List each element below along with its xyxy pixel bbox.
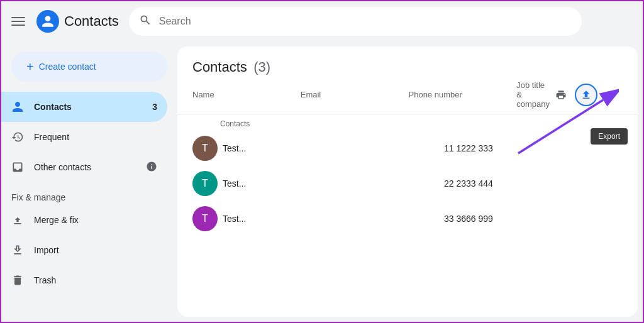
contact-phone: 11 1222 333 (444, 143, 570, 153)
export-tooltip: Export (591, 128, 628, 145)
sidebar-item-merge[interactable]: Merge & fix (1, 205, 167, 235)
contacts-title-text: Contacts (192, 59, 247, 75)
col-email-header: Email (301, 90, 409, 99)
search-input[interactable] (159, 16, 572, 27)
table-header: Name Email Phone number Job title & comp… (177, 75, 638, 114)
contacts-count: (3) (253, 59, 270, 75)
search-icon (139, 14, 152, 30)
history-icon (11, 131, 24, 143)
avatar: T (192, 206, 218, 231)
table-row[interactable]: T Test... 33 3666 999 (177, 201, 638, 236)
avatar: T (192, 136, 218, 161)
col-job-header: Job title & company (516, 80, 550, 109)
sidebar-item-frequent[interactable]: Frequent (1, 122, 167, 152)
person-icon (11, 101, 24, 113)
menu-icon[interactable] (11, 14, 26, 29)
import-icon (11, 244, 24, 256)
col-phone-header: Phone number (409, 90, 517, 99)
sidebar-item-import[interactable]: Import (1, 235, 167, 265)
app-title: Contacts (64, 13, 119, 30)
sidebar-item-import-label: Import (34, 245, 157, 255)
export-button[interactable] (575, 84, 597, 106)
sidebar: + Create contact Contacts 3 Frequent (1, 41, 177, 322)
create-contact-label: Create contact (39, 62, 96, 72)
info-icon (146, 161, 157, 174)
contact-name: Test... (223, 143, 318, 153)
sidebar-item-other-contacts[interactable]: Other contacts (1, 152, 167, 182)
sidebar-item-merge-label: Merge & fix (34, 215, 157, 225)
sidebar-item-contacts[interactable]: Contacts 3 (1, 92, 167, 122)
fix-manage-section-header: Fix & manage (1, 182, 177, 205)
contact-phone: 33 3666 999 (444, 214, 570, 224)
app-logo-icon (36, 10, 59, 33)
page-title: Contacts (3) (192, 59, 270, 75)
table-row[interactable]: T Test... 22 2333 444 (177, 166, 638, 201)
create-contact-button[interactable]: + Create contact (11, 52, 167, 82)
sidebar-item-contacts-label: Contacts (34, 102, 142, 112)
main-layout: + Create contact Contacts 3 Frequent (1, 41, 643, 322)
sidebar-item-contacts-count: 3 (152, 102, 157, 112)
sidebar-item-frequent-label: Frequent (34, 132, 157, 142)
plus-icon: + (26, 60, 34, 74)
contact-name: Test... (223, 214, 318, 224)
merge-icon (11, 214, 24, 226)
more-options-button[interactable] (600, 84, 623, 106)
trash-icon (11, 274, 24, 287)
col-name-header: Name (192, 90, 301, 99)
top-bar: Contacts (1, 1, 643, 41)
search-bar (129, 7, 582, 36)
print-button[interactable] (550, 84, 572, 106)
avatar: T (192, 171, 218, 196)
table-row[interactable]: T Test... 11 1222 333 (177, 131, 638, 166)
app-logo: Contacts (36, 10, 119, 33)
contact-name: Test... (223, 178, 318, 189)
inbox-icon (11, 161, 24, 173)
sidebar-item-trash[interactable]: Trash (1, 265, 167, 295)
content-header: Contacts (3) (177, 47, 638, 75)
contacts-group-label: Contacts (177, 114, 638, 131)
sidebar-item-trash-label: Trash (34, 275, 157, 285)
content-area: Contacts (3) Name Email Phone number Job… (177, 47, 638, 317)
sidebar-item-other-contacts-label: Other contacts (34, 162, 133, 172)
col-actions-header (550, 84, 623, 106)
contact-phone: 22 2333 444 (444, 178, 570, 189)
